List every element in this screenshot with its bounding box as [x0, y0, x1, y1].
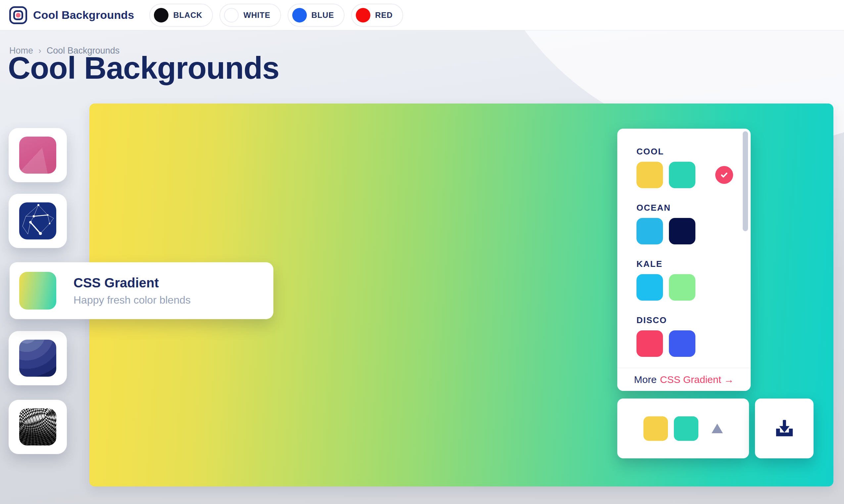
trianglify-thumbnail-image — [19, 137, 56, 174]
sidebar-item-particles[interactable] — [8, 194, 67, 248]
white-swatch-icon — [224, 8, 239, 22]
sidebar-item-gradient-topography[interactable] — [8, 331, 67, 385]
app-logo-icon[interactable] — [9, 6, 27, 24]
color-filter-group: BLACK WHITE BLUE RED — [149, 4, 403, 27]
cool-swatch-1[interactable] — [636, 162, 663, 188]
ocean-swatch-1[interactable] — [636, 218, 663, 245]
sidebar-item-css-gradient[interactable]: CSS Gradient Happy fresh color blends — [10, 262, 273, 319]
preset-kale[interactable]: KALE — [636, 259, 751, 301]
ripples-thumbnail-image — [19, 409, 56, 446]
download-button[interactable] — [755, 398, 813, 458]
filter-black-button[interactable]: BLACK — [149, 4, 213, 27]
filter-white-button[interactable]: WHITE — [220, 4, 281, 27]
cool-swatch-2[interactable] — [669, 162, 695, 188]
triangle-up-icon — [712, 424, 723, 433]
page-title: Cool Backgrounds — [8, 50, 279, 86]
particles-thumbnail-image — [19, 202, 56, 239]
css-gradient-thumbnail-image — [19, 272, 56, 309]
brand-title: Cool Backgrounds — [33, 8, 134, 21]
current-color-swatch-1 — [643, 416, 668, 441]
kale-swatch-2[interactable] — [669, 274, 695, 301]
blue-swatch-icon — [292, 8, 307, 22]
css-gradient-text: CSS Gradient Happy fresh color blends — [73, 275, 191, 306]
current-color-swatch-2 — [674, 416, 699, 441]
logo-dot — [16, 13, 20, 18]
presets-scroll-area: COOL OCEAN — [617, 129, 751, 368]
more-css-gradient-link[interactable]: More CSS Gradient → — [617, 368, 751, 391]
ocean-swatch-2[interactable] — [669, 218, 695, 245]
cool-backgrounds-page: Cool Backgrounds BLACK WHITE BLUE RED Ho… — [0, 0, 844, 504]
gradient-presets-panel: COOL OCEAN — [617, 129, 751, 391]
preset-cool[interactable]: COOL — [636, 146, 751, 188]
css-gradient-subtitle: Happy fresh color blends — [73, 294, 191, 306]
current-gradient-toggle[interactable] — [617, 398, 749, 458]
header-bar: Cool Backgrounds BLACK WHITE BLUE RED — [0, 0, 844, 31]
black-swatch-icon — [154, 8, 169, 22]
kale-swatch-1[interactable] — [636, 274, 663, 301]
css-gradient-title: CSS Gradient — [73, 275, 191, 290]
download-icon — [774, 418, 795, 439]
topography-thumbnail-image — [19, 340, 56, 377]
red-swatch-icon — [356, 8, 371, 22]
sidebar-item-ripples[interactable] — [8, 400, 67, 454]
filter-blue-button[interactable]: BLUE — [288, 4, 345, 27]
check-icon — [715, 166, 733, 184]
panel-scrollbar[interactable] — [743, 131, 748, 231]
preset-ocean[interactable]: OCEAN — [636, 203, 751, 245]
disco-swatch-2[interactable] — [669, 330, 695, 357]
sidebar-item-trianglify[interactable] — [8, 128, 67, 182]
filter-red-button[interactable]: RED — [351, 4, 403, 27]
logo-inner-square — [13, 10, 23, 20]
preset-disco[interactable]: DISCO — [636, 315, 751, 357]
disco-swatch-1[interactable] — [636, 330, 663, 357]
